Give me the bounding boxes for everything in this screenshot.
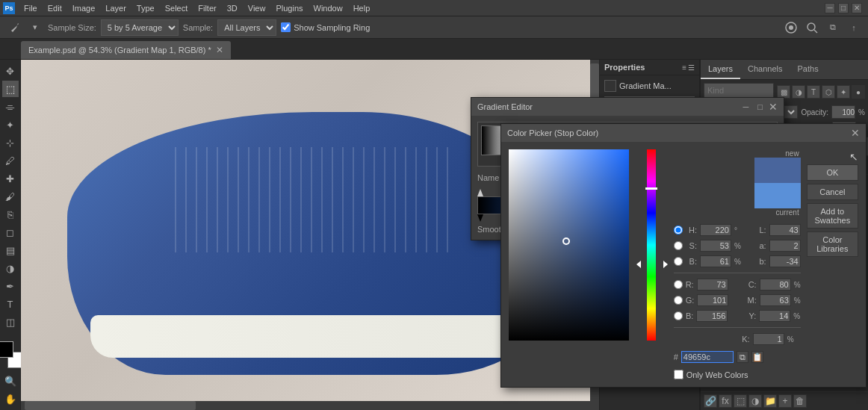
b2-input[interactable] [696,310,728,322]
maximize-button[interactable]: □ [838,3,849,13]
menu-plugins[interactable]: Plugins [271,2,307,14]
color-stop-left[interactable] [477,214,483,222]
delete-layer-icon[interactable]: 🗑 [793,394,807,408]
foreground-color[interactable] [0,341,13,358]
properties-menu-icon[interactable]: ☰ [688,63,695,72]
properties-collapse-icon[interactable]: ≡ [682,63,686,72]
tab-layers[interactable]: Layers [701,60,740,79]
search-icon[interactable] [804,19,820,36]
filter-smart-icon[interactable]: ✦ [837,85,850,99]
new-fill-icon[interactable]: ◑ [748,394,762,408]
a-input[interactable] [769,240,801,252]
lasso-tool[interactable]: ⌯ [2,99,19,115]
menu-file[interactable]: File [19,2,42,14]
web-colors-checkbox[interactable] [674,370,683,379]
filter-adjust-icon[interactable]: ◑ [792,85,805,99]
menu-help[interactable]: Help [349,2,375,14]
link-layers-icon[interactable]: 🔗 [704,394,717,408]
tool-options-icon[interactable]: ▾ [27,19,43,36]
share-icon[interactable]: ↑ [846,19,862,36]
marquee-tool[interactable]: ⬚ [2,81,19,97]
bright-input[interactable] [700,255,731,267]
menu-select[interactable]: Select [161,2,193,14]
b2-radio[interactable] [674,311,683,320]
c-input[interactable] [760,279,791,291]
filter-shape-icon[interactable]: ⬡ [822,85,835,99]
arrange-icon[interactable]: ⧉ [825,19,841,36]
g-input[interactable] [697,294,728,306]
hex-input[interactable] [681,351,734,363]
brush-tool[interactable]: 🖌 [2,188,19,205]
menu-layer[interactable]: Layer [101,2,131,14]
menu-edit[interactable]: Edit [43,2,66,14]
tab-channels[interactable]: Channels [740,60,790,79]
opacity-stop-left[interactable] [477,189,483,196]
current-color-swatch[interactable] [754,183,801,208]
filter-toggle[interactable]: ● [852,85,865,99]
l-input[interactable] [769,224,801,236]
r-radio[interactable] [674,280,683,289]
minimize-button[interactable]: ─ [825,3,835,13]
add-mask-icon[interactable]: ⬚ [734,394,747,408]
show-sampling-ring-checkbox[interactable]: Show Sampling Ring [281,22,370,32]
gradient-tool[interactable]: ▤ [2,242,19,258]
sv-picker[interactable] [509,149,629,341]
clone-tool[interactable]: ⎘ [2,206,19,223]
path-tool[interactable]: ◫ [2,314,19,330]
cancel-button[interactable]: Cancel [807,184,858,200]
opacity-input[interactable] [831,105,855,119]
layers-search-input[interactable] [704,83,774,98]
magic-wand-tool[interactable]: ✦ [2,117,19,133]
new-group-icon[interactable]: 📁 [763,394,777,408]
eraser-tool[interactable]: ◻ [2,224,19,240]
menu-3d[interactable]: 3D [223,2,242,14]
color-picker-close[interactable]: ✕ [851,127,860,139]
sample-size-select[interactable]: 5 by 5 Average [101,19,179,36]
bright-radio[interactable] [674,257,683,266]
hue-radio[interactable] [674,226,683,234]
r-input[interactable] [697,279,728,291]
ok-button[interactable]: OK [807,164,858,181]
tab-paths[interactable]: Paths [790,60,826,79]
eyedropper-tool[interactable]: 🖊 [2,152,19,169]
y-input[interactable] [759,310,790,322]
hex-copy-icon[interactable]: ⧉ [737,351,748,363]
sample-select[interactable]: All Layers [217,19,276,36]
fg-bg-colors[interactable] [0,341,24,368]
heal-tool[interactable]: ✚ [2,170,19,187]
move-tool[interactable]: ✥ [2,63,19,79]
gradient-editor-close[interactable]: ✕ [769,101,778,113]
hex-paste-icon[interactable]: 📋 [751,351,763,363]
menu-view[interactable]: View [244,2,270,14]
workspace-icon[interactable] [783,19,799,36]
sat-input[interactable] [700,240,731,252]
canvas-tab-active[interactable]: Example.psd @ 54.3% (Gradient Map 1, RGB… [21,41,231,59]
dodge-tool[interactable]: ◑ [2,260,19,276]
menu-window[interactable]: Window [309,2,347,14]
type-tool[interactable]: T [2,296,19,312]
filter-type-icon[interactable]: T [807,85,820,99]
close-button[interactable]: ✕ [852,3,862,13]
menu-image[interactable]: Image [68,2,100,14]
menu-type[interactable]: Type [132,2,159,14]
pen-tool[interactable]: ✒ [2,278,19,294]
crop-tool[interactable]: ⊹ [2,134,19,151]
b3-input[interactable] [769,255,801,267]
menu-filter[interactable]: Filter [193,2,220,14]
hue-strip[interactable] [647,149,655,341]
add-style-icon[interactable]: fx [719,394,732,408]
eyedropper-tool-icon[interactable] [6,19,22,36]
k-input[interactable] [753,333,784,345]
gradient-editor-minimize[interactable]: ─ [740,102,752,111]
new-layer-icon[interactable]: + [778,394,792,408]
gradient-editor-restore[interactable]: □ [754,102,766,111]
m-input[interactable] [760,294,791,306]
zoom-tool[interactable]: 🔍 [2,373,19,389]
sat-radio[interactable] [674,241,683,250]
new-color-swatch[interactable] [754,158,801,183]
color-libraries-button[interactable]: Color Libraries [807,232,858,257]
g-radio[interactable] [674,296,683,305]
hand-tool[interactable]: ✋ [2,391,19,407]
hue-input[interactable] [700,224,731,236]
add-to-swatches-button[interactable]: Add to Swatches [807,203,858,229]
